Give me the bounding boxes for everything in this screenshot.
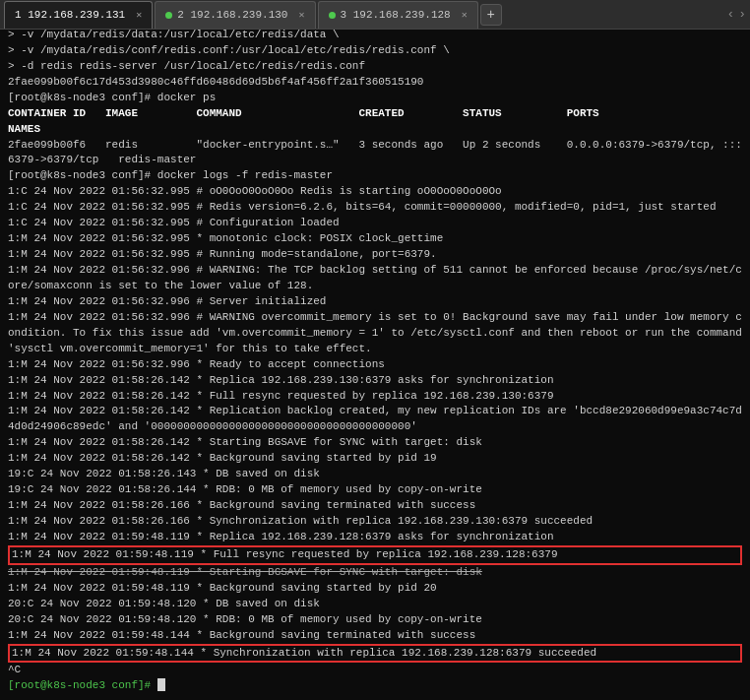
terminal-line: ^C (8, 663, 742, 678)
terminal-line: 1:M 24 Nov 2022 01:58:26.166 * Backgroun… (8, 498, 742, 514)
terminal-line: 1:M 24 Nov 2022 01:58:26.142 * Starting … (8, 435, 742, 451)
terminal-line: 1:M 24 Nov 2022 01:58:26.142 * Replica 1… (8, 373, 742, 389)
tab-scroll-arrows: ‹ › (726, 7, 746, 22)
tab-1-label: 1 192.168.239.131 (15, 9, 125, 21)
terminal-line: 2fae099b00f6 redis "docker-entrypoint.s…… (8, 138, 742, 169)
tab-3-label: 3 192.168.239.128 (341, 9, 451, 21)
tab-2-label: 2 192.168.239.130 (177, 9, 287, 21)
terminal-line: [root@k8s-node3 conf]# docker logs -f re… (8, 168, 742, 184)
terminal-line: 1:M 24 Nov 2022 01:59:48.119 * Full resy… (8, 545, 742, 565)
terminal-line: 1:M 24 Nov 2022 01:59:48.119 * Backgroun… (8, 581, 742, 597)
terminal-line: 1:C 24 Nov 2022 01:56:32.995 # oO0OoO0Oo… (8, 184, 742, 200)
terminal-line: 19:C 24 Nov 2022 01:58:26.144 * RDB: 0 M… (8, 482, 742, 498)
terminal-line: 20:C 24 Nov 2022 01:59:48.120 * DB saved… (8, 597, 742, 612)
terminal-line: 19:C 24 Nov 2022 01:58:26.143 * DB saved… (8, 467, 742, 482)
terminal-line: 1:M 24 Nov 2022 01:56:32.996 * Ready to … (8, 357, 742, 373)
tab-2-close[interactable]: ✕ (298, 9, 304, 21)
terminal-area[interactable]: [root@k8s-node3 conf]# docker run -p 637… (0, 30, 750, 700)
scroll-left-icon[interactable]: ‹ (726, 7, 734, 22)
tab-bar: 1 192.168.239.131 ✕ 2 192.168.239.130 ✕ … (0, 0, 750, 30)
terminal-line: 1:M 24 Nov 2022 01:59:48.144 * Backgroun… (8, 628, 742, 644)
terminal-line: > -d redis redis-server /usr/local/etc/r… (8, 59, 742, 75)
scroll-right-icon[interactable]: › (738, 7, 746, 22)
tab-1[interactable]: 1 192.168.239.131 ✕ (4, 1, 153, 29)
terminal-line: > -v /mydata/redis/conf/redis.conf:/usr/… (8, 43, 742, 59)
terminal-line: 1:M 24 Nov 2022 01:56:32.996 # Server in… (8, 294, 742, 310)
tab-2[interactable]: 2 192.168.239.130 ✕ (155, 1, 315, 29)
terminal-line: 1:M 24 Nov 2022 01:59:48.144 * Synchroni… (8, 644, 742, 664)
terminal-line: 1:M 24 Nov 2022 01:56:32.995 # Running m… (8, 247, 742, 263)
terminal-line: [root@k8s-node3 conf]# docker ps (8, 91, 742, 106)
terminal-line: 1:M 24 Nov 2022 01:58:26.142 * Full resy… (8, 389, 742, 405)
new-tab-button[interactable]: + (480, 4, 502, 26)
terminal-line: 1:M 24 Nov 2022 01:59:48.119 * Replica 1… (8, 530, 742, 545)
terminal-line: 1:M 24 Nov 2022 01:56:32.996 # WARNING: … (8, 263, 742, 294)
terminal-line: 1:M 24 Nov 2022 01:58:26.166 * Synchroni… (8, 514, 742, 530)
terminal-line: 1:M 24 Nov 2022 01:59:48.119 * Starting … (8, 565, 742, 581)
terminal-line: 1:M 24 Nov 2022 01:56:32.995 * monotonic… (8, 231, 742, 247)
terminal-line: > -v /mydata/redis/data:/usr/local/etc/r… (8, 30, 742, 43)
terminal-line: CONTAINER ID IMAGE COMMAND CREATED STATU… (8, 106, 742, 138)
terminal-line: 1:M 24 Nov 2022 01:58:26.142 * Backgroun… (8, 451, 742, 467)
tab-3-close[interactable]: ✕ (462, 9, 468, 21)
terminal-line: [root@k8s-node3 conf]# (8, 678, 742, 694)
terminal-line: 2fae099b00f6c17d453d3980c46ffd60486d69d5… (8, 75, 742, 91)
tab-2-dot (165, 12, 172, 19)
tab-3[interactable]: 3 192.168.239.128 ✕ (318, 1, 478, 29)
terminal-line: 20:C 24 Nov 2022 01:59:48.120 * RDB: 0 M… (8, 612, 742, 628)
terminal-line: 1:C 24 Nov 2022 01:56:32.995 # Redis ver… (8, 200, 742, 216)
terminal-line: 1:M 24 Nov 2022 01:56:32.996 # WARNING o… (8, 310, 742, 357)
terminal-line: 1:M 24 Nov 2022 01:58:26.142 * Replicati… (8, 404, 742, 435)
tab-1-close[interactable]: ✕ (136, 9, 142, 21)
tab-3-dot (329, 12, 336, 19)
terminal-line: 1:C 24 Nov 2022 01:56:32.995 # Configura… (8, 216, 742, 231)
